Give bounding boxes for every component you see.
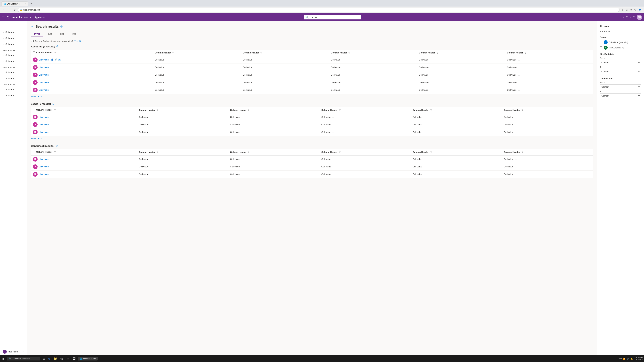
accounts-select-all-checkbox[interactable] <box>33 51 35 54</box>
profile-button[interactable]: 👤 <box>638 8 642 12</box>
accounts-row1-link[interactable]: Link value <box>39 58 49 61</box>
contacts-col-5-filter[interactable]: ▽ <box>430 151 432 153</box>
modified-to-select[interactable]: Content <box>600 69 641 74</box>
owner-2-checkbox[interactable] <box>600 46 602 49</box>
contacts-col-6-filter[interactable]: ▽ <box>522 151 523 153</box>
leads-col-4-filter[interactable]: ▽ <box>339 109 340 111</box>
sidebar-item-2[interactable]: ○ Subarea <box>0 35 27 41</box>
sidebar-group2-item2[interactable]: ○ Subarea <box>0 75 27 81</box>
help-icon-3[interactable]: ? <box>630 16 631 19</box>
sidebar-item-1[interactable]: ○ Subarea <box>0 29 27 35</box>
taskbar-network-icon[interactable]: 📶 <box>623 358 626 360</box>
owner-1-checkbox[interactable] <box>600 41 602 43</box>
leads-row3-link[interactable]: Link value <box>39 131 49 133</box>
taskbar-search[interactable]: 🔍 Type here to search <box>7 357 40 361</box>
accounts-row4-link[interactable]: Link value <box>39 81 49 84</box>
leads-col-5-filter[interactable]: ▽ <box>430 109 432 111</box>
taskbar-explorer-icon[interactable]: 📁 <box>52 356 58 361</box>
global-search-bar[interactable]: 🔍 <box>304 15 361 19</box>
contacts-select-all-checkbox[interactable] <box>33 151 35 153</box>
taskbar-volume-icon[interactable]: 🔊 <box>627 358 629 360</box>
contacts-row2-link[interactable]: Link value <box>39 165 49 168</box>
accounts-col-5-filter[interactable]: ▽ <box>437 52 438 54</box>
created-from-select[interactable]: Content <box>600 84 641 89</box>
accounts-col-3-filter[interactable]: ▽ <box>260 52 262 54</box>
taskbar-app-dynamics[interactable]: 🌐 Dynamics 365 <box>78 357 98 361</box>
help-icon-4[interactable]: ? <box>633 16 634 19</box>
taskbar-task-view[interactable]: ⧉ <box>42 356 46 361</box>
accounts-col-6-filter[interactable]: ▽ <box>525 52 526 54</box>
created-to-select[interactable]: Content <box>600 93 641 98</box>
help-icon-2[interactable]: ? <box>626 16 628 19</box>
app-logo[interactable]: ⬡ Dynamics 365 ▼ <box>7 15 31 19</box>
tab-close-button[interactable]: ✕ <box>25 3 26 5</box>
sidebar-group1-item1[interactable]: ○ Subarea <box>0 52 27 58</box>
accounts-col-check[interactable]: Column Header ▽ <box>31 50 153 56</box>
accounts-row5-link[interactable]: Link value <box>39 89 49 91</box>
forward-button[interactable]: → <box>8 8 12 12</box>
help-icon-1[interactable]: ? <box>622 16 624 19</box>
accounts-show-more[interactable]: Show more <box>31 95 42 98</box>
sidebar-area-name[interactable]: AN Area name ⌃ <box>0 348 27 355</box>
sidebar-group3-item1[interactable]: ○ Subarea <box>0 86 27 92</box>
contacts-col-3-filter[interactable]: ▽ <box>248 151 249 153</box>
sidebar-group2-item1[interactable]: ○ Subarea <box>0 69 27 75</box>
accounts-col-2-filter[interactable]: ▽ <box>172 52 174 54</box>
back-button[interactable]: ← <box>2 8 6 12</box>
leads-info-icon[interactable]: ⓘ <box>52 102 54 105</box>
search-input[interactable] <box>310 16 359 18</box>
address-bar[interactable]: 🔒 web.dynamics.com <box>18 8 620 12</box>
taskbar-store-icon[interactable]: 🛍 <box>59 356 64 361</box>
menu-button[interactable]: ≡ <box>630 8 632 12</box>
leads-col-3-filter[interactable]: ▽ <box>248 109 249 111</box>
sidebar-item-3[interactable]: ○ Subarea <box>0 41 27 47</box>
taskbar-mail-icon[interactable]: ✉ <box>66 356 70 361</box>
taskbar-clock[interactable]: 6:30 AM 7/30/2015 <box>634 357 643 361</box>
browser-tab[interactable]: 🌐 Dynamics 365 ✕ <box>1 1 28 6</box>
contacts-col-1-filter[interactable]: ▽ <box>54 151 56 153</box>
leads-row1-link[interactable]: Link value <box>39 116 49 118</box>
accounts-row2-link[interactable]: Link value <box>39 66 49 68</box>
extensions-button[interactable]: ⊞ <box>621 8 624 12</box>
owner-option-1[interactable]: A John Doe (Me) (14) <box>600 40 641 44</box>
accounts-col-4-filter[interactable]: ▽ <box>348 52 350 54</box>
feedback-no[interactable]: No <box>79 40 82 42</box>
sidebar-group3-item2[interactable]: ○ Subarea <box>0 92 27 98</box>
pivot-tab-1[interactable]: Pivot <box>43 31 55 37</box>
bookmark-button[interactable]: ☆ <box>625 8 629 12</box>
back-navigation-button[interactable]: ← <box>31 25 34 28</box>
new-tab-button[interactable]: + <box>29 1 34 6</box>
leads-col-1-filter[interactable]: ▽ <box>54 109 56 111</box>
leads-row2-link[interactable]: Link value <box>39 123 49 126</box>
leads-col-6-filter[interactable]: ▽ <box>522 109 523 111</box>
contacts-col-2-filter[interactable]: ▽ <box>157 151 158 153</box>
user-avatar[interactable]: AN <box>636 14 642 20</box>
page-info-icon[interactable]: ⓘ <box>60 25 63 28</box>
taskbar-keyboard-icon[interactable]: ⌨ <box>619 358 622 360</box>
accounts-row1-action-3[interactable]: 📧 <box>58 58 61 61</box>
modified-from-select[interactable]: Content <box>600 60 641 65</box>
edit-button[interactable]: ✎ <box>634 8 637 12</box>
contacts-row3-link[interactable]: Link value <box>39 173 49 175</box>
sidebar-group1-item2[interactable]: ○ Subarea <box>0 58 27 64</box>
pivot-tab-2[interactable]: Pivot <box>55 31 67 37</box>
accounts-row3-link[interactable]: Link value <box>39 73 49 76</box>
refresh-button[interactable]: ↻ <box>13 7 16 12</box>
contacts-row1-link[interactable]: Link value <box>39 158 49 160</box>
leads-col-2-filter[interactable]: ▽ <box>157 109 158 111</box>
sidebar-menu-icon[interactable]: ☰ <box>0 21 27 29</box>
accounts-info-icon[interactable]: ⓘ <box>56 45 58 48</box>
contacts-info-icon[interactable]: ⓘ <box>56 144 58 147</box>
accounts-row1-action-1[interactable]: 👤 <box>51 58 54 61</box>
taskbar-photos-icon[interactable]: 🖼 <box>72 356 77 361</box>
clear-all-button[interactable]: ⎈ Clear all <box>600 30 641 33</box>
taskbar-edge-icon[interactable]: e <box>47 356 51 361</box>
leads-select-all-checkbox[interactable] <box>33 109 35 111</box>
owner-option-2[interactable]: PA PMG Admin (4) <box>600 45 641 50</box>
feedback-yes[interactable]: Yes <box>74 40 78 42</box>
taskbar-notification-icon[interactable]: 🔔 <box>630 358 633 360</box>
hamburger-menu[interactable]: ☰ <box>2 15 5 19</box>
pivot-tab-3[interactable]: Pivot <box>67 31 79 37</box>
accounts-col-1-filter[interactable]: ▽ <box>54 51 56 54</box>
accounts-row1-action-2[interactable]: 🔗 <box>54 58 57 61</box>
